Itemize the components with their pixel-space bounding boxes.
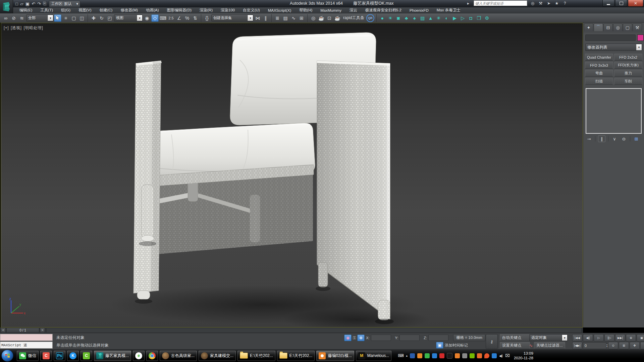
project-folder-icon[interactable]: ⎘ bbox=[43, 1, 46, 6]
maxscript-mini-listener-pink[interactable] bbox=[0, 334, 53, 341]
infocenter-collapse-icon[interactable]: ▸ bbox=[466, 1, 471, 6]
reference-coordinate-dropdown[interactable]: 视图 ▾ bbox=[114, 14, 143, 21]
tray-usb-orange-icon[interactable] bbox=[417, 353, 422, 358]
redo-icon[interactable]: ↷ bbox=[37, 1, 41, 6]
pin-stack-icon[interactable]: ⊸ bbox=[586, 136, 592, 142]
modifier-stack-list[interactable] bbox=[586, 88, 642, 134]
menu-maxmummy[interactable]: MaxMummy bbox=[316, 8, 345, 12]
tray-qq-blocked-icon[interactable] bbox=[439, 353, 444, 358]
plugin-gear-icon[interactable]: ⚙ bbox=[483, 14, 491, 22]
taskbar-item-gallery2[interactable]: 家具建模交... bbox=[199, 351, 236, 361]
z-coordinate-field[interactable] bbox=[428, 335, 448, 341]
zoom-extents-icon[interactable]: ▣ bbox=[637, 334, 644, 342]
tray-grid-icon[interactable] bbox=[455, 353, 460, 358]
close-button[interactable]: ✕ bbox=[628, 0, 643, 7]
window-crossing-icon[interactable]: ◫ bbox=[78, 14, 86, 22]
taskbar-item-camtasia-red[interactable]: C bbox=[40, 351, 52, 361]
taskbar-item-kwai[interactable]: K bbox=[67, 351, 79, 361]
spinner-snap-icon[interactable]: ⇅ bbox=[192, 14, 199, 22]
select-and-manipulate-icon[interactable]: ◇ bbox=[151, 14, 159, 22]
menu-maxscript[interactable]: MAXScript(X) bbox=[264, 8, 296, 12]
unlink-selection-icon[interactable]: ⊘ bbox=[10, 14, 17, 22]
minimize-button[interactable] bbox=[602, 0, 614, 7]
plugin-player-icon[interactable]: ▷ bbox=[459, 14, 467, 22]
rectangular-selection-region-icon[interactable]: ▢ bbox=[70, 14, 77, 22]
wicker-chair-model[interactable] bbox=[1, 23, 583, 327]
menu-modifiers[interactable]: 修改器(M) bbox=[116, 8, 142, 13]
selection-filter-dropdown[interactable]: 全部 ▾ bbox=[26, 14, 53, 21]
menu-customize[interactable]: 自定义(U) bbox=[239, 8, 264, 13]
help-icon[interactable]: ? bbox=[562, 1, 568, 6]
plugin-building-icon[interactable]: ▤ bbox=[419, 14, 426, 22]
edit-named-selection-sets-icon[interactable]: {} bbox=[203, 14, 211, 22]
show-end-result-icon[interactable]: ∥ bbox=[598, 135, 605, 142]
select-and-link-icon[interactable]: ∞ bbox=[2, 14, 9, 22]
align-icon[interactable]: ∥ bbox=[262, 14, 269, 22]
time-configuration-icon[interactable]: ⊙ bbox=[608, 342, 618, 349]
plugin-trees-icon[interactable]: ♣ bbox=[403, 14, 410, 22]
taskbar-item-folder2[interactable]: E:\天竹202... bbox=[277, 351, 315, 361]
add-time-tag[interactable]: 添加时间标记 bbox=[445, 343, 468, 348]
menu-rendering[interactable]: 渲染(R) bbox=[196, 8, 217, 13]
save-file-icon[interactable]: ▣ bbox=[25, 1, 30, 6]
zoom-region-icon[interactable]: ⊕ bbox=[626, 334, 636, 342]
field-of-view-icon[interactable]: ⊞ bbox=[619, 342, 629, 349]
taskbar-item-photoshop[interactable]: Ps bbox=[54, 351, 65, 361]
taskbar-item-wechat[interactable]: 微信 bbox=[17, 351, 39, 361]
snap-toggle-25-icon[interactable]: 2.5 bbox=[167, 14, 175, 22]
frame-spinner[interactable]: ▴ ▾ bbox=[606, 344, 607, 348]
plugin-light-icon[interactable]: ● bbox=[379, 14, 386, 22]
modifier-button-bend[interactable]: 弯曲 bbox=[585, 70, 613, 77]
current-frame-field[interactable]: 0 bbox=[583, 342, 606, 349]
named-selection-sets-dropdown[interactable]: 创建选择集 ▾ bbox=[211, 14, 253, 21]
tray-usb-safely-remove-icon[interactable] bbox=[462, 353, 467, 358]
new-file-icon[interactable]: □ bbox=[15, 1, 18, 6]
tab-display-icon[interactable]: ▢ bbox=[623, 23, 632, 31]
menu-tools[interactable]: 工具(T) bbox=[36, 8, 57, 13]
viewport-menu-shading[interactable]: [明暗处理] bbox=[24, 25, 43, 30]
menu-views[interactable]: 视图(V) bbox=[74, 8, 95, 13]
menu-graph-editors[interactable]: 图形编辑器(D) bbox=[163, 8, 196, 13]
tray-nvidia-icon[interactable] bbox=[470, 353, 475, 358]
taskbar-item-chrome[interactable] bbox=[146, 351, 158, 361]
search-icon[interactable]: ◎ bbox=[530, 1, 535, 6]
open-file-icon[interactable]: ▱ bbox=[20, 1, 23, 6]
next-frame-button[interactable]: ||▷ bbox=[604, 334, 614, 342]
render-production-icon[interactable]: ☕ bbox=[334, 14, 341, 22]
keyboard-override-icon[interactable]: ⌨ bbox=[159, 14, 167, 22]
tab-hierarchy-icon[interactable]: ⊟ bbox=[603, 23, 613, 31]
set-keys-button[interactable]: ⚷ bbox=[486, 334, 498, 349]
plugin-play-icon[interactable]: ▶ bbox=[451, 14, 459, 22]
menu-create[interactable]: 创建(C) bbox=[95, 8, 116, 13]
tray-wechat-icon[interactable] bbox=[425, 353, 430, 358]
property-explorer-icon[interactable]: ▤ bbox=[282, 14, 289, 22]
tray-clock-icon[interactable] bbox=[432, 353, 437, 358]
input-method-keyboard-icon[interactable]: ⌨ bbox=[398, 353, 404, 358]
modifier-list-dropdown[interactable]: 修改器列表 ▾ bbox=[585, 44, 642, 51]
modifier-button-lathe[interactable]: 车削 bbox=[614, 78, 642, 85]
network-status-icon[interactable]: ⌧ bbox=[505, 353, 510, 358]
frame-prev-button[interactable]: < bbox=[1, 328, 6, 333]
frame-next-button[interactable]: > bbox=[40, 328, 45, 333]
volume-speaker-icon[interactable]: ◀) bbox=[499, 354, 503, 358]
object-name-field[interactable] bbox=[585, 35, 636, 41]
render-setup-icon[interactable]: ☕ bbox=[318, 14, 325, 22]
plugin-forest-icon[interactable]: ♠ bbox=[411, 14, 418, 22]
modifier-button-push[interactable]: 推力 bbox=[614, 70, 642, 77]
rapid-toolbar-label[interactable]: rapid工具条 bbox=[343, 15, 364, 21]
schematic-view-icon[interactable]: ⊞ bbox=[298, 14, 305, 22]
angle-snap-icon[interactable]: ∠ bbox=[175, 14, 183, 22]
tray-qq-icon[interactable] bbox=[447, 353, 452, 359]
menu-antivirus[interactable]: Max 杀毒卫士 bbox=[433, 8, 465, 13]
tray-ro-icon[interactable] bbox=[477, 353, 482, 358]
tab-create-icon[interactable]: ✦ bbox=[584, 23, 593, 31]
selection-lock-toggle[interactable]: ⊗ bbox=[357, 335, 365, 341]
percent-snap-icon[interactable]: % bbox=[183, 14, 191, 22]
pan-view-icon[interactable]: ✥ bbox=[630, 342, 640, 349]
mirror-icon[interactable]: ⋈ bbox=[254, 14, 261, 22]
viewport-label[interactable]: [+] [透视] [明暗处理] bbox=[4, 25, 44, 31]
viewport-menu-view[interactable]: [透视] bbox=[11, 25, 22, 30]
subscription-wrench-icon[interactable]: ⚒ bbox=[538, 1, 543, 6]
object-color-swatch[interactable] bbox=[637, 35, 644, 41]
menu-phoenixfd[interactable]: PhoenixFD bbox=[406, 8, 433, 12]
